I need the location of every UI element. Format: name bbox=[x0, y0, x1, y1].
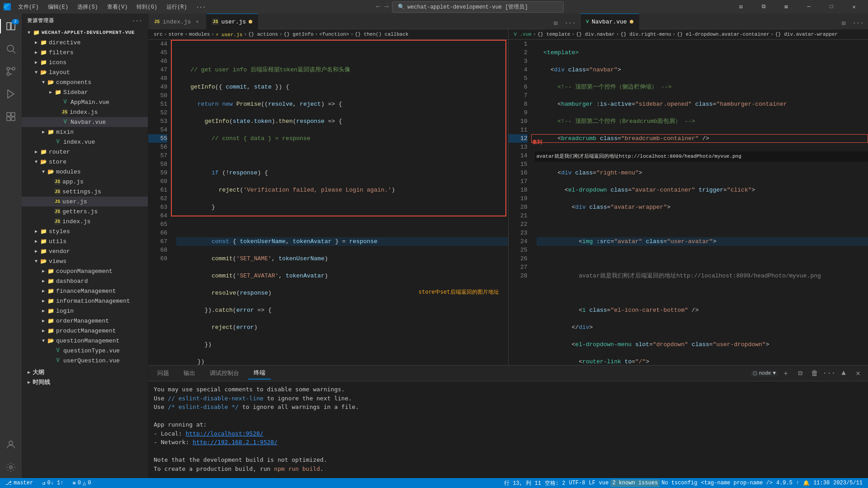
window-split-btn[interactable]: ⧉ bbox=[753, 0, 774, 14]
status-spaces[interactable]: 空格: 2 bbox=[543, 479, 567, 487]
activity-explorer[interactable]: 2 bbox=[0, 15, 22, 37]
tree-icons[interactable]: ▶ 📁 icons bbox=[22, 57, 148, 67]
tab-split-btn[interactable]: ⊟ bbox=[549, 17, 562, 29]
tree-finance[interactable]: ▶ 📁 financeManagement bbox=[22, 286, 148, 296]
tab-problems[interactable]: 问题 bbox=[152, 367, 175, 379]
menu-run[interactable]: 运行(R) bbox=[163, 2, 191, 12]
tree-information[interactable]: ▶ 📁 informationManagement bbox=[22, 296, 148, 306]
tab-navbarvue[interactable]: V Navbar.vue bbox=[580, 14, 639, 29]
menu-bar[interactable]: 文件(F) 编辑(E) 选择(S) 查看(V) 转到(G) 运行(R) ... bbox=[14, 2, 209, 12]
tree-layout-indexjs[interactable]: JS index.js bbox=[22, 107, 148, 117]
terminal-instance[interactable]: ⬡ node ▼ bbox=[751, 371, 778, 376]
status-encoding[interactable]: UTF-8 bbox=[567, 479, 587, 487]
status-cursor[interactable]: 行 13, 列 11 bbox=[502, 479, 543, 487]
menu-file[interactable]: 文件(F) bbox=[14, 2, 42, 12]
tree-modules[interactable]: ▼ 📂 modules bbox=[22, 167, 148, 177]
status-tsconfig[interactable]: No tsconfig bbox=[660, 479, 699, 487]
activity-search[interactable] bbox=[0, 38, 22, 60]
activity-accounts[interactable] bbox=[0, 434, 22, 455]
terminal-more-btn[interactable]: ··· bbox=[823, 367, 835, 380]
right-more-btn[interactable]: ··· bbox=[852, 17, 864, 29]
tree-router[interactable]: ▶ 📁 router bbox=[22, 147, 148, 157]
tab-output[interactable]: 输出 bbox=[178, 367, 201, 379]
status-errors[interactable]: ⊗ 0 △ 0 bbox=[71, 480, 93, 487]
window-grid-btn[interactable]: ⊞ bbox=[776, 0, 797, 14]
window-maximize[interactable]: □ bbox=[821, 0, 842, 14]
tree-userquestion[interactable]: V userQuestion.vue bbox=[22, 356, 148, 366]
status-branch[interactable]: ⎇ master bbox=[4, 480, 35, 487]
tab-debug-console[interactable]: 调试控制台 bbox=[204, 367, 245, 379]
menu-edit[interactable]: 编辑(E) bbox=[44, 2, 72, 12]
svg-point-0 bbox=[7, 45, 14, 52]
tree-layout[interactable]: ▼ 📂 layout bbox=[22, 67, 148, 77]
status-line-ending[interactable]: LF bbox=[587, 479, 597, 487]
tree-settingsjs[interactable]: JS settings.js bbox=[22, 187, 148, 197]
right-split-btn[interactable]: ⊟ bbox=[837, 17, 850, 29]
terminal-split-btn[interactable]: ⊟ bbox=[794, 367, 807, 380]
menu-view[interactable]: 查看(V) bbox=[104, 2, 132, 12]
tree-directive[interactable]: ▶ 📁 directive bbox=[22, 38, 148, 47]
tree-navbar[interactable]: V Navbar.vue bbox=[22, 117, 148, 127]
menu-select[interactable]: 选择(S) bbox=[74, 2, 102, 12]
tree-coupon[interactable]: ▶ 📁 couponManagement bbox=[22, 266, 148, 276]
status-sync[interactable]: ↺ 0↓ 1↑ bbox=[40, 480, 65, 487]
tree-views[interactable]: ▼ 📂 views bbox=[22, 256, 148, 266]
tree-utils[interactable]: ▶ 📁 utils bbox=[22, 236, 148, 246]
tree-dashboard[interactable]: ▶ 📁 dashboard bbox=[22, 276, 148, 286]
nav-back[interactable]: ← bbox=[376, 3, 381, 11]
tree-order[interactable]: ▶ 📁 orderManagement bbox=[22, 316, 148, 326]
terminal-add-btn[interactable]: ＋ bbox=[779, 367, 792, 380]
activity-extensions[interactable] bbox=[0, 106, 22, 127]
status-bell[interactable]: 🔔 bbox=[801, 479, 811, 487]
tree-appmain[interactable]: V AppMain.vue bbox=[22, 97, 148, 107]
tab-more-btn[interactable]: ··· bbox=[564, 17, 576, 29]
sidebar-dots[interactable]: ··· bbox=[132, 18, 142, 23]
window-close[interactable]: ✕ bbox=[844, 0, 864, 14]
tab-terminal[interactable]: 终端 bbox=[248, 367, 271, 380]
status-issues[interactable]: 2 known issues bbox=[610, 479, 660, 487]
search-bar[interactable]: 🔍 wechat-applet-development-vue [管理员] bbox=[392, 1, 564, 13]
activity-git[interactable] bbox=[0, 61, 22, 82]
bc-actions: {} actions bbox=[248, 32, 278, 37]
tab-close-indexjs[interactable]: ✕ bbox=[193, 18, 201, 25]
vue-icon: V bbox=[61, 99, 69, 106]
tree-appjs[interactable]: JS app.js bbox=[22, 177, 148, 187]
terminal-trash-btn[interactable]: 🗑 bbox=[808, 367, 821, 380]
tree-userjs[interactable]: JS user.js bbox=[22, 197, 148, 206]
tab-indexjs[interactable]: JS index.js ✕ bbox=[148, 14, 207, 29]
tree-product[interactable]: ▶ 📁 productManagement bbox=[22, 326, 148, 336]
tree-timeline[interactable]: ▶ 时间线 bbox=[22, 377, 148, 387]
tree-outline[interactable]: ▶ 大纲 bbox=[22, 367, 148, 377]
nav-forward[interactable]: → bbox=[384, 3, 389, 11]
activity-debug[interactable] bbox=[0, 83, 22, 105]
tree-components[interactable]: ▼ 📂 components bbox=[22, 77, 148, 87]
status-tag-info[interactable]: <tag-name prop-name /> bbox=[699, 479, 774, 487]
tree-mixin[interactable]: ▶ 📁 mixin bbox=[22, 127, 148, 137]
terminal-close-btn[interactable]: ✕ bbox=[852, 367, 864, 380]
terminal-maximize-btn[interactable]: ▲ bbox=[837, 367, 850, 380]
activity-settings[interactable] bbox=[0, 456, 22, 478]
chevron-right-icon: ▶ bbox=[40, 267, 47, 275]
tree-gettersjs[interactable]: JS getters.js bbox=[22, 206, 148, 216]
folder-icon: 📁 bbox=[40, 49, 47, 56]
status-remote-icon[interactable]: ↑ bbox=[794, 479, 801, 487]
menu-more[interactable]: ... bbox=[193, 2, 210, 12]
tree-store-indexjs[interactable]: JS index.js bbox=[22, 216, 148, 226]
menu-goto[interactable]: 转到(G) bbox=[133, 2, 161, 12]
tree-sidebar-folder[interactable]: ▶ 📁 Sidebar bbox=[22, 87, 148, 97]
tab-userjs[interactable]: JS user.js bbox=[207, 14, 258, 29]
tree-login[interactable]: ▶ 📁 login bbox=[22, 306, 148, 316]
tree-layout-indexvue[interactable]: V index.vue bbox=[22, 137, 148, 147]
window-minimize[interactable]: ─ bbox=[798, 0, 819, 14]
tree-filters[interactable]: ▶ 📁 filters bbox=[22, 47, 148, 57]
folder-icon: 📁 bbox=[40, 228, 47, 235]
window-layout-btn[interactable]: ⊟ bbox=[731, 0, 751, 14]
status-language[interactable]: vue bbox=[597, 479, 611, 487]
tree-project-root[interactable]: ▼ 📁 WECHAT-APPLET-DEVELOPMENT-VUE bbox=[22, 28, 148, 38]
status-version[interactable]: 4.9.5 bbox=[774, 479, 794, 487]
tree-vendor[interactable]: ▶ 📁 vendor bbox=[22, 246, 148, 256]
tree-styles[interactable]: ▶ 📁 styles bbox=[22, 226, 148, 236]
tree-questiontype[interactable]: V questionType.vue bbox=[22, 346, 148, 356]
tree-store[interactable]: ▼ 📂 store bbox=[22, 157, 148, 167]
tree-question[interactable]: ▼ 📂 questionManagement bbox=[22, 336, 148, 346]
